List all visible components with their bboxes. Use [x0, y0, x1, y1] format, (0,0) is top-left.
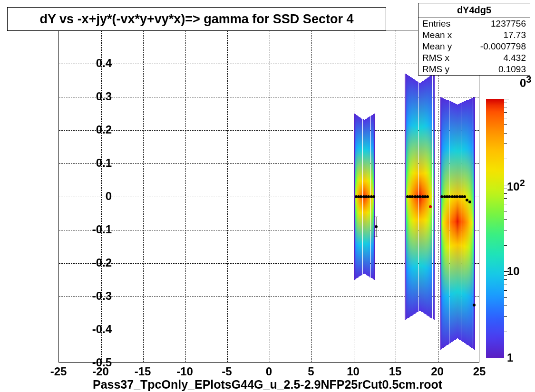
z-minor-tick	[504, 143, 507, 144]
z-tick-extra: 03	[520, 74, 531, 90]
y-tick-label: -0.5	[78, 356, 112, 369]
profile-marker	[429, 205, 432, 208]
grid-line-vertical	[227, 30, 228, 362]
stats-row: Mean x17.73	[418, 29, 530, 41]
z-minor-tick	[504, 285, 507, 285]
z-minor-tick	[504, 316, 507, 317]
color-scale-bar	[486, 99, 504, 358]
z-minor-tick	[504, 306, 507, 306]
z-major-tick	[504, 271, 509, 272]
x-tick-label: 25	[473, 365, 486, 378]
grid-line-horizontal	[59, 330, 479, 330]
profile-marker	[468, 201, 471, 203]
grid-line-vertical	[396, 30, 396, 362]
stats-row: RMS x4.432	[418, 52, 530, 64]
stats-row: RMS y0.1093	[418, 64, 530, 75]
chart-footer-text: Pass37_TpcOnly_EPlotsG44G_u_2.5-2.9NFP25…	[0, 378, 535, 392]
grid-line-vertical	[185, 30, 186, 362]
z-minor-tick	[504, 219, 507, 220]
z-major-tick	[504, 185, 509, 185]
grid-line-vertical	[438, 30, 438, 362]
z-minor-tick	[504, 245, 507, 246]
z-minor-tick	[504, 211, 507, 211]
z-minor-tick	[504, 275, 507, 276]
z-minor-tick	[504, 297, 507, 298]
z-minor-tick	[504, 103, 507, 103]
y-tick-label: 0.2	[78, 123, 112, 136]
error-bar	[376, 217, 377, 237]
z-minor-tick	[504, 204, 507, 204]
x-tick-label: -15	[135, 365, 151, 378]
x-tick-label: -25	[50, 365, 67, 378]
z-minor-tick	[504, 193, 507, 194]
x-tick-label: -5	[222, 365, 232, 378]
z-minor-tick	[504, 107, 507, 107]
profile-marker	[473, 304, 476, 306]
z-minor-tick	[504, 189, 507, 189]
y-tick-label: -0.2	[78, 256, 112, 269]
z-minor-tick	[504, 279, 507, 280]
z-minor-tick	[504, 124, 507, 125]
x-tick-label: 20	[431, 365, 444, 378]
x-tick-label: 10	[347, 365, 360, 378]
grid-line-vertical	[270, 30, 270, 362]
y-tick-label: -0.3	[78, 289, 112, 303]
z-minor-tick	[504, 198, 507, 199]
z-minor-tick	[504, 230, 507, 230]
x-tick-label: 0	[266, 365, 272, 378]
density-slice	[434, 74, 435, 320]
z-minor-tick	[504, 112, 507, 113]
profile-marker	[372, 195, 375, 198]
z-tick-label: 10	[507, 265, 520, 278]
plot-area	[58, 30, 479, 363]
error-bar-cap	[374, 237, 378, 237]
y-tick-label: 0.3	[78, 90, 112, 103]
z-major-tick	[504, 99, 509, 99]
stats-box: dY4dg5 Entries1237756Mean x17.73Mean y-0…	[418, 3, 530, 76]
stats-histogram-name: dY4dg5	[418, 3, 530, 18]
y-tick-label: 0	[78, 190, 112, 203]
x-tick-label: 5	[308, 365, 314, 378]
grid-line-vertical	[311, 30, 312, 362]
z-tick-label: 102	[507, 177, 525, 193]
stats-row: Entries1237756	[418, 18, 530, 29]
z-minor-tick	[504, 133, 507, 134]
profile-marker	[426, 195, 429, 198]
grid-line-horizontal	[59, 64, 479, 64]
y-tick-label: 0.1	[78, 156, 112, 170]
z-major-tick	[504, 358, 509, 358]
z-minor-tick	[504, 159, 507, 159]
chart-title: dY vs -x+jy*(-vx*y+vy*x)=> gamma for SSD…	[7, 7, 386, 31]
z-minor-tick	[504, 118, 507, 118]
profile-marker	[463, 195, 466, 198]
y-tick-label: -0.4	[78, 323, 112, 336]
z-minor-tick	[504, 290, 507, 291]
y-tick-label: -0.1	[78, 223, 112, 236]
stats-row: Mean y-0.0007798	[418, 41, 530, 52]
error-bar-cap	[374, 217, 378, 217]
x-tick-label: 15	[389, 365, 402, 378]
density-slice	[474, 97, 475, 350]
grid-line-vertical	[143, 30, 144, 362]
y-tick-label: 0.4	[78, 57, 112, 70]
x-tick-label: -10	[176, 365, 193, 378]
z-minor-tick	[504, 332, 507, 332]
